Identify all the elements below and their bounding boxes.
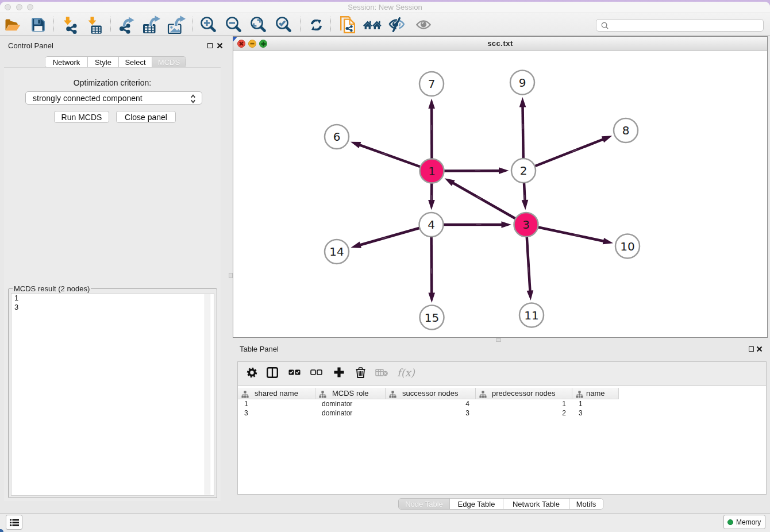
column-header-successor-nodes[interactable]: successor nodes — [386, 388, 476, 399]
graph-node-label: 1 — [428, 164, 436, 178]
criterion-value: strongly connected component — [33, 94, 143, 103]
table-tab-edge-table[interactable]: Edge Table — [449, 499, 503, 509]
app-window: Session: New Session — [0, 2, 770, 532]
task-history-button[interactable] — [6, 515, 22, 530]
add-column-button[interactable] — [330, 363, 348, 381]
mcds-result-area[interactable]: 1 3 — [11, 293, 214, 496]
network-window: scc.txt 7968124314101511 — [233, 36, 768, 338]
zoom-out-icon — [225, 16, 242, 33]
table-row[interactable]: 3dominator323 — [238, 408, 619, 418]
cell-successor-nodes: 4 — [386, 399, 476, 408]
cell-shared-name: 1 — [238, 399, 315, 408]
show-all-networks-button[interactable] — [362, 15, 383, 34]
export-table-icon — [141, 16, 160, 34]
edge-arrowhead — [502, 221, 512, 228]
column-header-name[interactable]: name — [572, 388, 619, 399]
export-network-icon — [117, 16, 135, 34]
graph-node-label: 15 — [425, 311, 439, 325]
zoom-out-button[interactable] — [224, 15, 244, 34]
main-area: Control Panel NetworkStyleSelectMCDS Opt… — [0, 36, 770, 513]
graph-node-label: 3 — [522, 218, 530, 232]
export-table-button[interactable] — [140, 15, 161, 34]
zoom-selected-icon — [275, 16, 292, 33]
export-network-button[interactable] — [116, 15, 136, 34]
edge-arrowhead — [603, 238, 613, 244]
edge-arrowhead — [351, 242, 361, 248]
save-session-button[interactable] — [28, 15, 48, 34]
mcds-result-title: MCDS result (2 nodes) — [13, 284, 91, 293]
table-float-icon[interactable] — [749, 346, 754, 352]
show-details-button[interactable] — [413, 15, 434, 34]
criterion-select[interactable]: strongly connected component — [25, 91, 202, 105]
search-input[interactable] — [611, 20, 763, 30]
refresh-icon — [311, 20, 322, 30]
table-tab-motifs[interactable]: Motifs — [569, 499, 603, 509]
memory-status-icon — [727, 519, 733, 525]
import-network-button[interactable] — [60, 15, 80, 34]
delete-table-icon — [375, 369, 388, 376]
network-canvas[interactable]: 7968124314101511 — [233, 51, 767, 337]
network-window-titlebar: scc.txt — [233, 37, 767, 51]
window-title: Session: New Session — [0, 2, 770, 13]
tab-network[interactable]: Network — [45, 57, 87, 67]
float-panel-icon[interactable] — [207, 43, 213, 48]
memory-button[interactable]: Memory — [723, 515, 765, 529]
table-settings-button[interactable] — [242, 363, 261, 381]
edge-arrowhead — [499, 167, 509, 174]
delete-column-button[interactable] — [351, 363, 369, 381]
cell-predecessor-nodes: 1 — [476, 399, 572, 408]
close-panel-icon[interactable] — [217, 43, 223, 50]
deselect-all-button[interactable] — [307, 363, 325, 381]
import-table-icon — [88, 16, 103, 34]
refresh-layout-button[interactable] — [306, 15, 326, 34]
zoom-fit-button[interactable] — [248, 15, 269, 34]
table-panel-title: Table Panel — [240, 345, 279, 353]
control-panel: Control Panel NetworkStyleSelectMCDS Opt… — [0, 36, 224, 513]
column-header-predecessor-nodes[interactable]: predecessor nodes — [476, 388, 572, 399]
run-mcds-button[interactable]: Run MCDS — [54, 111, 109, 123]
result-scrollbar[interactable] — [205, 294, 210, 495]
vertical-splitter-handle[interactable] — [229, 273, 233, 278]
function-builder-button-disabled: f(x) — [394, 363, 417, 381]
table-row[interactable]: 1dominator411 — [238, 399, 619, 408]
zoom-in-button[interactable] — [198, 15, 219, 34]
open-session-button[interactable] — [2, 15, 23, 34]
show-column-panel-button[interactable] — [263, 363, 282, 381]
zoom-selected-button[interactable] — [274, 15, 294, 34]
optimization-criterion-label: Optimization criterion: — [4, 78, 221, 87]
cell-MCDS-role: dominator — [315, 408, 386, 418]
toolbar-separator — [300, 17, 301, 32]
select-all-icon — [288, 369, 301, 375]
import-table-button[interactable] — [85, 15, 106, 34]
graph-node-label: 4 — [428, 218, 435, 232]
graph-node-label: 6 — [333, 130, 341, 144]
table-panel: Table Panel — [233, 344, 770, 513]
table-close-icon[interactable] — [756, 346, 763, 353]
export-image-button[interactable] — [165, 15, 186, 34]
edge-2-8[interactable] — [523, 139, 604, 171]
graph-node-label: 2 — [520, 164, 528, 178]
search-icon — [601, 22, 609, 29]
column-header-label: successor nodes — [402, 389, 459, 398]
tab-select[interactable]: Select — [118, 57, 152, 67]
duplicate-network-icon — [340, 16, 355, 33]
graph-node-label: 8 — [622, 124, 630, 137]
close-panel-button[interactable]: Close panel — [116, 111, 176, 123]
node-table[interactable]: shared nameMCDS rolesuccessor nodesprede… — [238, 385, 766, 494]
graph-node-label: 14 — [329, 245, 344, 259]
select-all-button[interactable] — [285, 363, 303, 381]
column-header-MCDS-role[interactable]: MCDS role — [315, 388, 386, 399]
column-header-shared-name[interactable]: shared name — [238, 388, 315, 399]
table-tab-node-table[interactable]: Node Table — [399, 499, 449, 509]
table-container: f(x) shared nameMCDS rolesuccessor nodes… — [237, 361, 767, 495]
main-toolbar — [0, 13, 770, 36]
tab-style[interactable]: Style — [87, 57, 118, 67]
hide-details-button[interactable] — [387, 15, 407, 34]
duplicate-network-button[interactable] — [337, 15, 358, 34]
tab-mcds[interactable]: MCDS — [152, 57, 186, 67]
column-header-label: MCDS role — [332, 389, 369, 398]
table-tab-network-table[interactable]: Network Table — [503, 499, 569, 509]
horizontal-splitter-handle[interactable] — [496, 338, 501, 342]
export-image-icon — [166, 16, 186, 34]
search-box[interactable] — [596, 19, 764, 32]
